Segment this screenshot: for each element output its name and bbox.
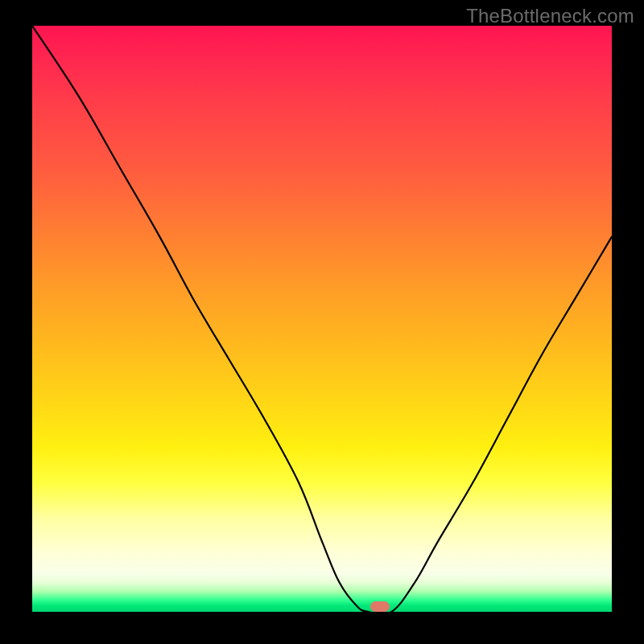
optimal-marker (370, 601, 389, 612)
bottleneck-curve (32, 26, 612, 612)
plot-area (32, 26, 612, 612)
chart-frame: TheBottleneck.com (0, 0, 644, 644)
watermark-text: TheBottleneck.com (466, 5, 634, 27)
